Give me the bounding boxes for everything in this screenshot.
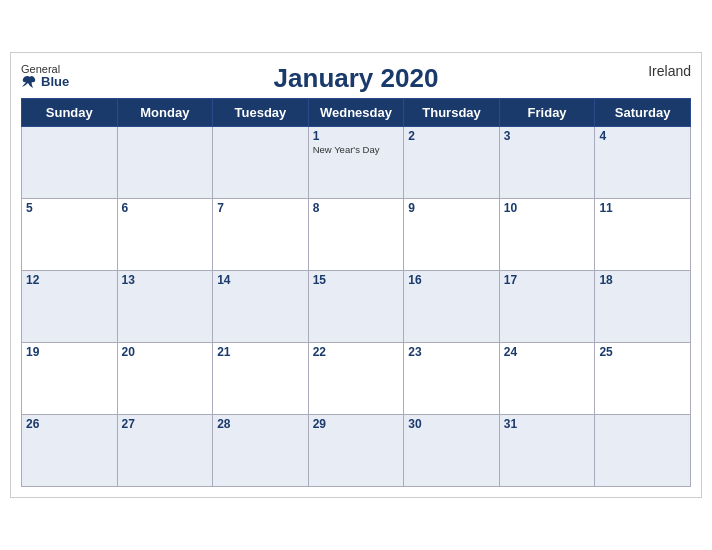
calendar-header: General Blue January 2020 Ireland — [21, 63, 691, 94]
day-cell: 1New Year's Day — [308, 127, 404, 199]
day-number: 29 — [313, 417, 400, 431]
day-number: 26 — [26, 417, 113, 431]
day-number: 31 — [504, 417, 591, 431]
day-number: 27 — [122, 417, 209, 431]
day-cell: 8 — [308, 199, 404, 271]
header-monday: Monday — [117, 99, 213, 127]
calendar-grid: Sunday Monday Tuesday Wednesday Thursday… — [21, 98, 691, 487]
day-number: 13 — [122, 273, 209, 287]
day-number: 1 — [313, 129, 400, 143]
day-number: 9 — [408, 201, 495, 215]
day-cell — [213, 127, 309, 199]
day-cell: 23 — [404, 343, 500, 415]
day-number: 2 — [408, 129, 495, 143]
logo-blue-text: Blue — [41, 75, 69, 89]
day-cell: 19 — [22, 343, 118, 415]
day-cell: 15 — [308, 271, 404, 343]
day-cell: 29 — [308, 415, 404, 487]
header-wednesday: Wednesday — [308, 99, 404, 127]
day-cell: 26 — [22, 415, 118, 487]
day-cell: 28 — [213, 415, 309, 487]
day-number: 28 — [217, 417, 304, 431]
week-row-4: 19202122232425 — [22, 343, 691, 415]
logo-bird-icon — [21, 75, 39, 89]
day-cell: 9 — [404, 199, 500, 271]
day-number: 11 — [599, 201, 686, 215]
day-cell: 16 — [404, 271, 500, 343]
week-row-3: 12131415161718 — [22, 271, 691, 343]
day-number: 18 — [599, 273, 686, 287]
calendar-wrapper: General Blue January 2020 Ireland Sunday… — [10, 52, 702, 498]
day-cell: 7 — [213, 199, 309, 271]
day-cell: 17 — [499, 271, 595, 343]
day-cell: 2 — [404, 127, 500, 199]
header-thursday: Thursday — [404, 99, 500, 127]
day-number: 17 — [504, 273, 591, 287]
day-cell: 3 — [499, 127, 595, 199]
day-cell: 25 — [595, 343, 691, 415]
day-number: 22 — [313, 345, 400, 359]
day-number: 3 — [504, 129, 591, 143]
weekday-header-row: Sunday Monday Tuesday Wednesday Thursday… — [22, 99, 691, 127]
week-row-1: 1New Year's Day234 — [22, 127, 691, 199]
day-cell: 18 — [595, 271, 691, 343]
header-tuesday: Tuesday — [213, 99, 309, 127]
day-number: 19 — [26, 345, 113, 359]
day-cell — [595, 415, 691, 487]
day-number: 5 — [26, 201, 113, 215]
day-number: 24 — [504, 345, 591, 359]
day-cell: 10 — [499, 199, 595, 271]
day-cell: 22 — [308, 343, 404, 415]
day-cell: 14 — [213, 271, 309, 343]
calendar-title: January 2020 — [21, 63, 691, 94]
day-cell: 6 — [117, 199, 213, 271]
day-number: 4 — [599, 129, 686, 143]
day-cell: 20 — [117, 343, 213, 415]
day-cell — [22, 127, 118, 199]
header-sunday: Sunday — [22, 99, 118, 127]
day-number: 8 — [313, 201, 400, 215]
day-cell: 30 — [404, 415, 500, 487]
day-cell — [117, 127, 213, 199]
day-cell: 4 — [595, 127, 691, 199]
day-cell: 31 — [499, 415, 595, 487]
logo-blue: Blue — [21, 75, 69, 89]
day-number: 15 — [313, 273, 400, 287]
day-cell: 13 — [117, 271, 213, 343]
day-number: 20 — [122, 345, 209, 359]
day-cell: 5 — [22, 199, 118, 271]
week-row-2: 567891011 — [22, 199, 691, 271]
day-number: 10 — [504, 201, 591, 215]
day-number: 16 — [408, 273, 495, 287]
day-cell: 12 — [22, 271, 118, 343]
day-number: 23 — [408, 345, 495, 359]
holiday-label: New Year's Day — [313, 144, 400, 155]
logo-area: General Blue — [21, 63, 69, 89]
day-number: 12 — [26, 273, 113, 287]
day-number: 6 — [122, 201, 209, 215]
day-cell: 11 — [595, 199, 691, 271]
day-number: 7 — [217, 201, 304, 215]
week-row-5: 262728293031 — [22, 415, 691, 487]
day-number: 21 — [217, 345, 304, 359]
header-saturday: Saturday — [595, 99, 691, 127]
day-number: 14 — [217, 273, 304, 287]
day-cell: 24 — [499, 343, 595, 415]
day-number: 30 — [408, 417, 495, 431]
calendar-country: Ireland — [648, 63, 691, 79]
day-number: 25 — [599, 345, 686, 359]
day-cell: 27 — [117, 415, 213, 487]
day-cell: 21 — [213, 343, 309, 415]
header-friday: Friday — [499, 99, 595, 127]
